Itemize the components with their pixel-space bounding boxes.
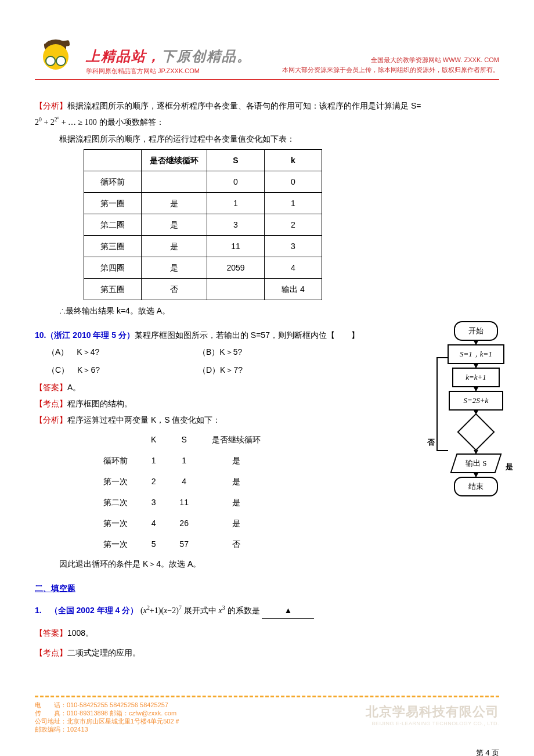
header-right: 全国最大的教学资源网站 WWW. ZXXK. COM 本网大部分资源来源于会员上… xyxy=(282,56,499,75)
site-logo-icon xyxy=(35,35,81,75)
q10-table: K S 是否继续循环 循环前11是 第一次24是 第二次311是 第一次426是… xyxy=(92,429,272,555)
table-row: K S 是否继续循环 xyxy=(92,429,272,450)
choice-b: （B）K＞5? xyxy=(198,343,349,361)
q1-topic: 二项式定理的应用。 xyxy=(67,648,140,657)
header-right-1: 全国最大的教学资源网站 WWW. ZXXK. COM xyxy=(282,56,499,64)
table-row: 第一圈是11 xyxy=(84,193,322,214)
subsite: 学科网原创精品官方网站 JP.ZXXK.COM xyxy=(86,67,252,75)
footer-brand: 北京学易科技有限公司 BEIJING E-LEARNING TECHNOLOGY… xyxy=(366,703,499,726)
question-10: 10.（浙江 2010 年理 5 分）某程序框图如图所示，若输出的 S=57，则… xyxy=(35,327,499,572)
q9-formula: 20 + 220 + … ≥ 100 xyxy=(35,118,97,127)
topic-label: 【考点】 xyxy=(35,648,67,657)
table-row: 第三圈是113 xyxy=(84,236,322,257)
table-row: 第一次426是 xyxy=(92,513,272,534)
flowchart-loop-line xyxy=(436,357,448,451)
section-2-title: 二、填空题 xyxy=(35,580,499,596)
table-row: 是否继续循环 S k xyxy=(84,150,322,171)
footer: 电 话：010-58425255 58425256 58425257 传 真：0… xyxy=(35,696,499,756)
flowchart-decision xyxy=(457,413,495,451)
header: 上精品站，下原创精品。 学科网原创精品官方网站 JP.ZXXK.COM 全国最大… xyxy=(35,35,499,75)
analysis-label: 【分析】 xyxy=(35,101,67,110)
table-row: 第五圈否输出 4 xyxy=(84,279,322,300)
slogan-b: 下原创精品。 xyxy=(161,48,252,64)
table-row: 第四圈是20594 xyxy=(84,257,322,279)
table-row: 第二次311是 xyxy=(92,492,272,513)
section2-q1: 1. （全国 2002 年理 4 分） (x2+1)(x−2)7 展开式中 x3… xyxy=(35,602,499,619)
q1-lead: 1. （全国 2002 年理 4 分） xyxy=(35,606,138,615)
analysis-label: 【分析】 xyxy=(35,415,67,424)
flowchart-end: 结束 xyxy=(454,477,498,496)
q9-conclusion: ∴最终输出结果 k=4。故选 A。 xyxy=(59,303,499,319)
q9-table: 是否继续循环 S k 循环前00 第一圈是11 第二圈是32 第三圈是113 第… xyxy=(84,149,322,300)
th xyxy=(84,150,142,171)
header-right-2: 本网大部分资源来源于会员上传，除本网组织的资源外，版权归原作者所有。 xyxy=(282,66,499,74)
page-number: 第 4 页 xyxy=(35,748,499,756)
q10-analysis: 程序运算过程中两变量 K，S 值变化如下： xyxy=(67,415,221,424)
th: k xyxy=(265,150,322,171)
header-divider xyxy=(35,79,499,80)
topic-label: 【考点】 xyxy=(35,399,67,408)
flowchart-no-label: 否 xyxy=(427,435,435,450)
th: S xyxy=(207,150,265,171)
choice-d: （D）K＞7? xyxy=(198,361,349,379)
q10-stem: 10.（浙江 2010 年理 5 分）某程序框图如图所示，若输出的 S=57，则… xyxy=(35,327,395,343)
th: 是否继续循环 xyxy=(142,150,207,171)
q1-stem-b: 的系数是 xyxy=(228,606,260,615)
q1-answer: 1008。 xyxy=(67,628,93,638)
answer-label: 【答案】 xyxy=(35,383,67,392)
q10-answer: A。 xyxy=(67,383,81,392)
page: 上精品站，下原创精品。 学科网原创精品官方网站 JP.ZXXK.COM 全国最大… xyxy=(0,0,534,756)
q1-formula: (x2+1)(x−2)7 xyxy=(140,606,182,615)
answer-label: 【答案】 xyxy=(35,628,67,638)
flowchart-yes-label: 是 xyxy=(506,459,513,474)
table-row: 循环前00 xyxy=(84,171,322,193)
q1-of: x3 xyxy=(219,606,225,615)
content: 【分析】根据流程图所示的顺序，逐框分析程序中各变量、各语句的作用可知：该程序的作… xyxy=(35,98,499,661)
table-row: 第二圈是32 xyxy=(84,214,322,236)
q10-topic: 程序框图的结构。 xyxy=(67,399,132,408)
q9-formula-line: 20 + 220 + … ≥ 100 的最小项数解答： xyxy=(35,114,499,131)
flowchart-diagram: 开始 ▾ S=1，k=1 ▾ k=k+1 ▾ S=2S+k ▾ 否 是 ▾ 输出… xyxy=(435,321,517,496)
q1-blank: ▲ xyxy=(262,602,314,619)
choice-c: （C） K＞6? xyxy=(47,361,198,379)
footer-zip: 邮政编码：102413 xyxy=(35,725,499,733)
q9-analysis: 【分析】根据流程图所示的顺序，逐框分析程序中各变量、各语句的作用可知：该程序的作… xyxy=(35,98,499,114)
table-row: 第一次557否 xyxy=(92,534,272,555)
q10-choices: （A） K＞4? （B）K＞5? （C） K＞6? （D）K＞7? xyxy=(47,343,395,379)
q10-lead: 10.（浙江 2010 年理 5 分） xyxy=(35,330,135,340)
flowchart-output: 输出 S xyxy=(450,453,501,473)
q10-conclusion: 因此退出循环的条件是 K＞4。故选 A。 xyxy=(59,556,395,572)
q10-stem-text: 某程序框图如图所示，若输出的 S=57，则判断框内位【 】 xyxy=(135,330,359,340)
q1-stem-a: 展开式中 xyxy=(184,606,219,615)
q9-table-intro: 根据流程图所示的顺序，程序的运行过程中各变量值变化如下表： xyxy=(59,131,499,147)
choice-a: （A） K＞4? xyxy=(47,343,198,361)
table-row: 第一次24是 xyxy=(92,471,272,492)
footer-brand-en: BEIJING E-LEARNING TECHNOLOGY CO., LTD. xyxy=(366,721,499,726)
q9-analysis-text2: 的最小项数解答： xyxy=(97,117,164,127)
slogan-a: 上精品站， xyxy=(86,48,161,64)
footer-brand-cn: 北京学易科技有限公司 xyxy=(366,703,499,721)
table-row: 循环前11是 xyxy=(92,450,272,471)
q9-analysis-text1: 根据流程图所示的顺序，逐框分析程序中各变量、各语句的作用可知：该程序的作用是计算… xyxy=(67,101,421,110)
header-text: 上精品站，下原创精品。 学科网原创精品官方网站 JP.ZXXK.COM xyxy=(86,47,252,75)
